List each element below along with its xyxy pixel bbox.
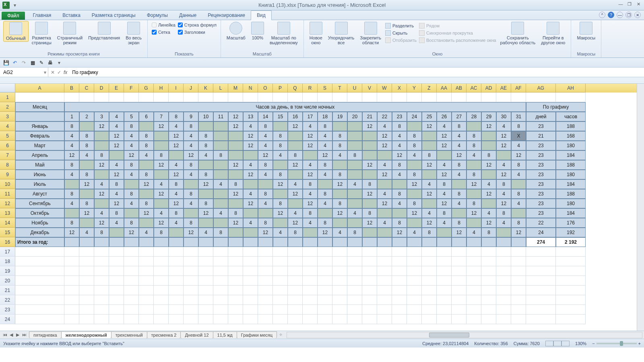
cell-Январь-19[interactable] — [332, 121, 347, 131]
cell-Июль-14[interactable] — [258, 179, 273, 189]
cell-21-E[interactable] — [109, 286, 124, 295]
cell-17-P[interactable] — [273, 247, 288, 257]
qat-dropdown-icon[interactable]: ▾ — [14, 2, 19, 8]
month-11[interactable]: Декабрь — [15, 228, 64, 237]
cell-Июнь-24[interactable]: 8 — [407, 170, 422, 179]
header-day-10[interactable]: 10 — [198, 112, 213, 121]
cell-Октябрь-23[interactable] — [392, 208, 407, 218]
cell-23-AE[interactable] — [496, 305, 511, 315]
cell-Май-4[interactable]: 4 — [109, 160, 124, 170]
cell-20-M[interactable] — [228, 276, 243, 286]
cell-1-M[interactable] — [228, 93, 243, 102]
cell-17-D[interactable] — [94, 247, 109, 257]
cell-Декабрь-26[interactable] — [437, 228, 452, 237]
col-header-U[interactable]: U — [347, 84, 362, 93]
cell-Май-1[interactable]: 8 — [64, 160, 79, 170]
cell-Сентябрь-2[interactable]: 8 — [79, 199, 94, 208]
unhide-button[interactable]: Отобразить — [384, 37, 417, 43]
cell-24-W[interactable] — [377, 315, 392, 324]
cell-Ноябрь-8[interactable]: 4 — [169, 218, 184, 228]
header-hours-day[interactable]: Часов за день, в том числе ночных — [64, 102, 526, 112]
cell-21-AA[interactable] — [437, 286, 452, 295]
cell-17-E[interactable] — [109, 247, 124, 257]
cell-Май-27[interactable]: 8 — [452, 160, 466, 170]
cell-17-I[interactable] — [169, 247, 184, 257]
header-day-30[interactable]: 30 — [496, 112, 511, 121]
total-blank-12[interactable] — [243, 237, 258, 247]
cell-23-AB[interactable] — [452, 305, 466, 315]
cell-Февраль-12[interactable] — [228, 131, 243, 141]
cell-Июль-27[interactable] — [452, 179, 466, 189]
cell-Июль-3[interactable]: 4 — [94, 179, 109, 189]
row-header-22[interactable]: 22 — [0, 295, 15, 305]
cell-19-N[interactable] — [243, 266, 258, 276]
cell-1-P[interactable] — [273, 93, 288, 102]
cell-18-S[interactable] — [318, 257, 332, 266]
header-day-29[interactable]: 29 — [481, 112, 496, 121]
cell-Июнь-2[interactable]: 8 — [79, 170, 94, 179]
cell-Октябрь-8[interactable]: 8 — [169, 208, 184, 218]
cell-Сентябрь-5[interactable]: 4 — [124, 199, 139, 208]
col-header-O[interactable]: O — [258, 84, 273, 93]
row-header-14[interactable]: 14 — [0, 218, 15, 228]
full-screen-button[interactable]: Во весь экран — [123, 21, 144, 46]
cell-Октябрь-29[interactable]: 4 — [481, 208, 496, 218]
cell-Январь-31[interactable]: 8 — [511, 121, 526, 131]
total-blank-7[interactable] — [169, 237, 184, 247]
cell-1-E[interactable] — [109, 93, 124, 102]
total-blank-10[interactable] — [213, 237, 228, 247]
cell-Октябрь-17[interactable]: 8 — [303, 208, 318, 218]
side-by-side-button[interactable]: Рядом — [418, 23, 497, 29]
cell-Август-1[interactable]: 8 — [64, 189, 79, 199]
cell-19-L[interactable] — [213, 266, 228, 276]
cell-Август-21[interactable]: 12 — [362, 189, 377, 199]
days-10[interactable]: 22 — [526, 218, 556, 228]
new-window-button[interactable]: Новое окно — [307, 21, 325, 46]
cell-Май-28[interactable] — [466, 160, 481, 170]
cell-18-I[interactable] — [169, 257, 184, 266]
cell-21-AG[interactable] — [526, 286, 556, 295]
zoom-100-button[interactable]: 100% — [249, 21, 266, 41]
cell-Апрель-28[interactable]: 4 — [466, 150, 481, 160]
cell-23-F[interactable] — [124, 305, 139, 315]
window-close-icon[interactable]: ✕ — [634, 12, 641, 18]
days-2[interactable]: 23 — [526, 141, 556, 150]
cell-Октябрь-21[interactable]: 8 — [362, 208, 377, 218]
total-blank-15[interactable] — [288, 237, 303, 247]
cell-Октябрь-18[interactable] — [318, 208, 332, 218]
cell-Сентябрь-16[interactable] — [288, 199, 303, 208]
cell-24-K[interactable] — [198, 315, 213, 324]
cell-Сентябрь-6[interactable]: 8 — [139, 199, 154, 208]
cell-Август-25[interactable]: 12 — [422, 189, 437, 199]
sheet-first-icon[interactable]: ⏮ — [2, 332, 8, 337]
cell-Сентябрь-31[interactable]: 4 — [511, 199, 526, 208]
row-header-21[interactable]: 21 — [0, 286, 15, 295]
cell-Декабрь-7[interactable]: 8 — [154, 228, 169, 237]
cell-21-V[interactable] — [362, 286, 377, 295]
total-blank-13[interactable] — [258, 237, 273, 247]
cell-19-R[interactable] — [303, 266, 318, 276]
cell-Сентябрь-13[interactable]: 12 — [243, 199, 258, 208]
cell-Август-6[interactable] — [139, 189, 154, 199]
cell-Октябрь-19[interactable]: 12 — [332, 208, 347, 218]
cell-Июль-6[interactable]: 12 — [139, 179, 154, 189]
headings-checkbox[interactable]: Заголовки — [178, 30, 217, 35]
cell-Август-20[interactable] — [347, 189, 362, 199]
cell-Август-15[interactable] — [273, 189, 288, 199]
cell-19-AB[interactable] — [452, 266, 466, 276]
cell-Май-18[interactable]: 8 — [318, 160, 332, 170]
cell-1-H[interactable] — [154, 93, 169, 102]
cancel-formula-icon[interactable]: ✕ — [51, 70, 55, 75]
cell-Декабрь-18[interactable]: 12 — [318, 228, 332, 237]
days-7[interactable]: 23 — [526, 189, 556, 199]
col-header-P[interactable]: P — [273, 84, 288, 93]
cell-Октябрь-9[interactable] — [184, 208, 198, 218]
cell-20-AH[interactable] — [556, 276, 586, 286]
cell-20-A[interactable] — [15, 276, 64, 286]
cell-Февраль-31[interactable]: X — [511, 131, 526, 141]
cell-1-L[interactable] — [213, 93, 228, 102]
row-header-11[interactable]: 11 — [0, 189, 15, 199]
cell-24-D[interactable] — [94, 315, 109, 324]
total-blank-11[interactable] — [228, 237, 243, 247]
cell-Июль-8[interactable]: 8 — [169, 179, 184, 189]
